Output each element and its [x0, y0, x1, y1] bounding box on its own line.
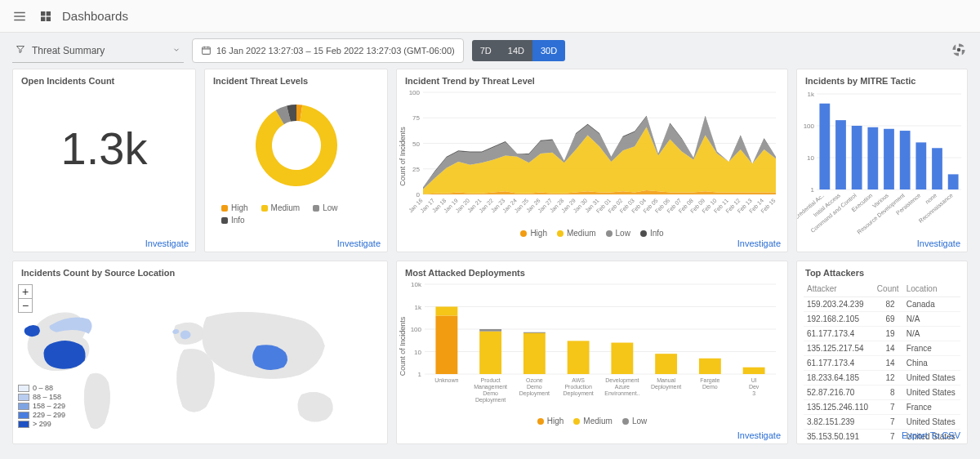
col-attacker[interactable]: Attacker: [804, 281, 874, 297]
card-title: Most Attacked Deployments: [397, 261, 787, 281]
svg-text:Development: Development: [605, 377, 639, 384]
svg-text:Ozone: Ozone: [526, 377, 543, 383]
svg-text:Product: Product: [481, 377, 501, 383]
date-range-picker[interactable]: 16 Jan 2022 13:27:03 – 15 Feb 2022 13:27…: [192, 38, 464, 63]
table-row[interactable]: 18.233.64.18512United States: [804, 371, 960, 385]
card-deployments: Most Attacked Deployments 1101001k10kCou…: [396, 261, 788, 444]
svg-rect-107: [655, 354, 677, 374]
card-threat-levels: Incident Threat Levels High Medium Low I…: [204, 69, 388, 252]
svg-text:100: 100: [804, 123, 815, 130]
svg-text:Fargate: Fargate: [700, 377, 719, 384]
svg-text:Dev: Dev: [749, 384, 760, 390]
svg-rect-60: [852, 126, 862, 189]
svg-rect-64: [884, 129, 894, 189]
investigate-link[interactable]: Investigate: [737, 238, 781, 248]
svg-text:Management: Management: [474, 384, 507, 390]
svg-text:1k: 1k: [808, 91, 815, 98]
card-incident-trend: Incident Trend by Threat Level 025507510…: [396, 69, 788, 252]
zoom-in-button[interactable]: +: [18, 284, 33, 299]
svg-text:Demo: Demo: [702, 384, 718, 390]
table-row[interactable]: 135.125.246.1107France: [804, 400, 960, 415]
trend-legend: High Medium Low Info: [397, 229, 787, 238]
svg-text:AWS: AWS: [572, 377, 585, 383]
segment-7d[interactable]: 7D: [472, 40, 500, 61]
svg-rect-1: [47, 11, 51, 16]
card-title: Open Incidents Count: [13, 69, 195, 89]
open-incidents-value: 1.3k: [13, 122, 195, 175]
page-title: Dashboards: [62, 9, 128, 23]
investigate-link[interactable]: Investigate: [145, 238, 189, 248]
table-row[interactable]: 61.177.173.419N/A: [804, 327, 960, 341]
svg-rect-66: [900, 131, 911, 189]
snapshot-icon[interactable]: [951, 42, 968, 59]
svg-text:1k: 1k: [415, 304, 422, 311]
svg-rect-99: [568, 341, 590, 374]
svg-text:3: 3: [752, 390, 755, 396]
col-count[interactable]: Count: [874, 281, 903, 297]
segment-30d[interactable]: 30D: [532, 40, 565, 61]
svg-text:UI: UI: [751, 377, 757, 383]
svg-rect-62: [867, 127, 878, 189]
export-csv-link[interactable]: Export To CSV: [902, 430, 960, 440]
donut-chart: [205, 92, 387, 198]
svg-rect-72: [948, 174, 959, 189]
date-range-text: 16 Jan 2022 13:27:03 – 15 Feb 2022 13:27…: [216, 46, 455, 56]
svg-text:none: none: [924, 192, 938, 204]
donut-legend: High Medium Low Info: [205, 198, 387, 230]
svg-text:10: 10: [414, 349, 421, 356]
svg-text:Deployment: Deployment: [475, 397, 506, 403]
table-row[interactable]: 192.168.2.10569N/A: [804, 312, 960, 327]
table-row[interactable]: 3.82.151.2397United States: [804, 415, 960, 430]
svg-text:Demo: Demo: [527, 384, 542, 390]
svg-text:Deployment: Deployment: [563, 390, 593, 397]
trend-chart: 0255075100Count of IncidentsJan 16Jan 17…: [397, 89, 781, 224]
filter-icon: [16, 44, 25, 56]
zoom-out-button[interactable]: −: [18, 298, 33, 313]
svg-rect-70: [932, 148, 942, 189]
svg-rect-95: [523, 332, 546, 333]
table-row[interactable]: 159.203.24.23982Canada: [804, 297, 960, 312]
svg-rect-113: [743, 368, 765, 374]
investigate-link[interactable]: Investigate: [737, 430, 781, 440]
segment-14d[interactable]: 14D: [500, 40, 532, 61]
view-dropdown[interactable]: Threat Summary: [12, 38, 184, 63]
card-title: Incidents by MITRE Tactic: [797, 69, 967, 89]
hamburger-icon[interactable]: [10, 7, 29, 26]
svg-rect-0: [41, 11, 45, 16]
col-location[interactable]: Location: [903, 281, 960, 297]
svg-rect-2: [41, 16, 45, 20]
svg-text:Count of Incidents: Count of Incidents: [399, 316, 407, 376]
svg-rect-89: [479, 329, 501, 332]
svg-point-5: [957, 48, 961, 52]
investigate-link[interactable]: Investigate: [917, 238, 960, 248]
svg-text:Deployment: Deployment: [519, 390, 550, 397]
svg-text:Deployment: Deployment: [651, 384, 681, 390]
svg-text:50: 50: [412, 140, 420, 148]
table-row[interactable]: 61.177.173.414China: [804, 356, 960, 371]
svg-text:Production: Production: [564, 384, 592, 390]
card-title: Top Attackers: [797, 261, 967, 281]
svg-text:1: 1: [418, 371, 422, 378]
svg-rect-88: [479, 332, 501, 374]
table-row[interactable]: 52.87.216.708United States: [804, 385, 960, 400]
attackers-table: Attacker Count Location 159.203.24.23982…: [804, 281, 960, 443]
world-map[interactable]: [13, 281, 387, 443]
table-row[interactable]: 135.125.217.5414France: [804, 341, 960, 356]
investigate-link[interactable]: Investigate: [337, 238, 381, 248]
svg-rect-94: [523, 332, 546, 374]
card-mitre: Incidents by MITRE Tactic 1101001kCreden…: [796, 69, 968, 252]
app-header: Dashboards: [0, 0, 980, 33]
svg-text:0: 0: [416, 191, 421, 198]
dropdown-label: Threat Summary: [32, 45, 105, 56]
time-segment: 7D 14D 30D: [472, 40, 565, 61]
map-legend: 0 – 88 88 – 158 158 – 229 229 – 299 > 29…: [18, 384, 65, 429]
card-title: Incident Trend by Threat Level: [397, 69, 787, 89]
svg-rect-103: [611, 343, 633, 374]
svg-text:10: 10: [807, 154, 814, 162]
svg-text:25: 25: [412, 166, 420, 173]
svg-rect-85: [435, 315, 457, 374]
card-open-incidents: Open Incidents Count 1.3k Investigate: [12, 69, 196, 252]
apps-grid-icon[interactable]: [36, 7, 56, 26]
svg-text:10k: 10k: [411, 281, 422, 288]
svg-text:Demo: Demo: [483, 390, 498, 396]
